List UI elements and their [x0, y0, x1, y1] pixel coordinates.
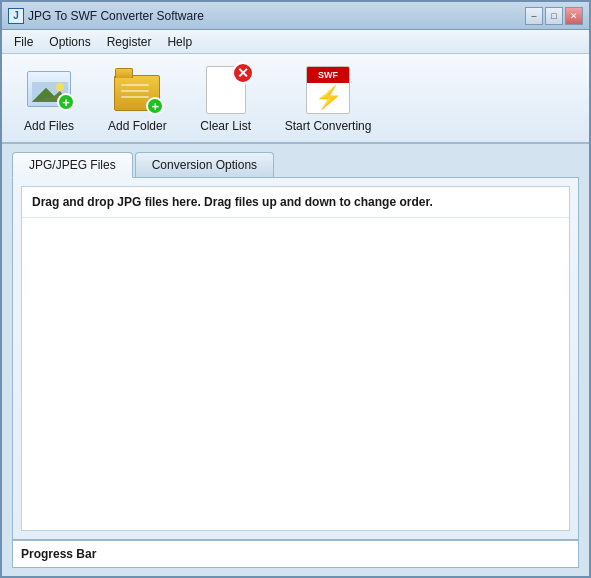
add-badge: + — [57, 93, 75, 111]
menu-register[interactable]: Register — [99, 33, 160, 51]
minimize-button[interactable]: – — [525, 7, 543, 25]
maximize-button[interactable]: □ — [545, 7, 563, 25]
title-bar: J JPG To SWF Converter Software – □ ✕ — [2, 2, 589, 30]
content-area: JPG/JPEG Files Conversion Options Drag a… — [2, 144, 589, 576]
tab-bar: JPG/JPEG Files Conversion Options — [2, 144, 589, 177]
add-files-button[interactable]: + Add Files — [14, 59, 84, 137]
main-window: J JPG To SWF Converter Software – □ ✕ Fi… — [0, 0, 591, 578]
add-folder-button[interactable]: + Add Folder — [100, 59, 175, 137]
drop-hint-text: Drag and drop JPG files here. Drag files… — [22, 187, 569, 218]
start-converting-icon: SWF ⚡ — [302, 63, 354, 115]
menu-file[interactable]: File — [6, 33, 41, 51]
toolbar: + Add Files + — [2, 54, 589, 144]
svg-point-1 — [56, 83, 64, 91]
menu-options[interactable]: Options — [41, 33, 98, 51]
window-controls: – □ ✕ — [525, 7, 583, 25]
add-folder-label: Add Folder — [108, 119, 167, 133]
add-folder-icon: + — [111, 63, 163, 115]
start-converting-label: Start Converting — [285, 119, 372, 133]
progress-bar: Progress Bar — [12, 540, 579, 568]
start-converting-button[interactable]: SWF ⚡ Start Converting — [277, 59, 380, 137]
add-files-icon: + — [23, 63, 75, 115]
folder-add-badge: + — [146, 97, 164, 115]
main-panel: Drag and drop JPG files here. Drag files… — [12, 177, 579, 540]
clear-badge: ✕ — [232, 62, 254, 84]
menu-bar: File Options Register Help — [2, 30, 589, 54]
window-title: JPG To SWF Converter Software — [28, 9, 525, 23]
tab-jpg-files[interactable]: JPG/JPEG Files — [12, 152, 133, 178]
app-icon: J — [8, 8, 24, 24]
progress-label: Progress Bar — [21, 547, 96, 561]
file-list[interactable]: Drag and drop JPG files here. Drag files… — [21, 186, 570, 531]
tab-conversion-options[interactable]: Conversion Options — [135, 152, 274, 177]
clear-list-label: Clear List — [200, 119, 251, 133]
add-files-label: Add Files — [24, 119, 74, 133]
close-button[interactable]: ✕ — [565, 7, 583, 25]
menu-help[interactable]: Help — [159, 33, 200, 51]
clear-list-button[interactable]: ✕ Clear List — [191, 59, 261, 137]
clear-list-icon: ✕ — [200, 63, 252, 115]
